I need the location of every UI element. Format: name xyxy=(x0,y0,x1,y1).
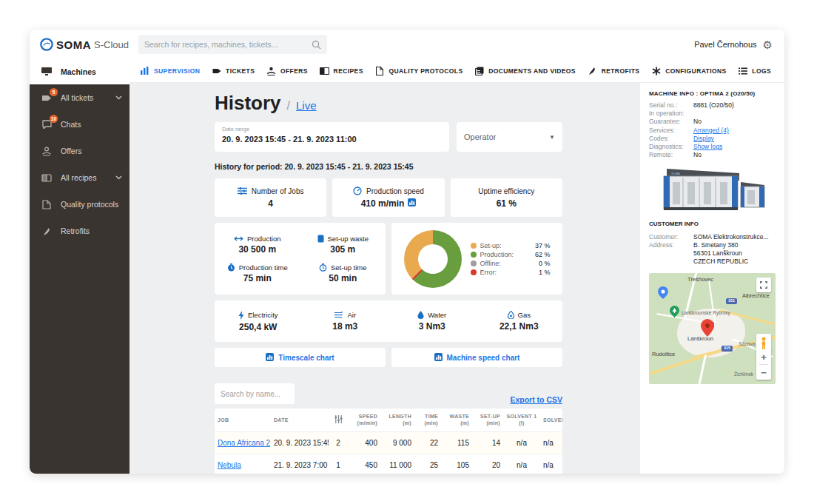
sidebar-item-offers[interactable]: Offers xyxy=(30,138,130,164)
col-setup[interactable]: SET-UP(min) xyxy=(472,409,503,431)
tickets-icon: 5 xyxy=(41,92,53,104)
tab-recipes[interactable]: RECIPES xyxy=(320,66,363,75)
col-job[interactable]: JOB xyxy=(215,409,271,431)
col-time[interactable]: TIME(min) xyxy=(414,409,441,431)
map-label-sazava: Sázava xyxy=(739,341,755,346)
production-summary-card: Production 30 500 m xyxy=(215,223,386,295)
job-link[interactable]: Dona Africana 2 xyxy=(215,431,271,454)
stat-value: 410 m/min xyxy=(361,198,405,209)
water-drop-icon xyxy=(417,311,424,319)
tab-documents-and-videos[interactable]: DOCUMENTS AND VIDEOS xyxy=(474,66,576,75)
logs-icon xyxy=(738,66,747,75)
stat-label: Production speed xyxy=(366,187,424,195)
col-operators[interactable] xyxy=(329,409,348,431)
timescale-chart-button[interactable]: Timescale chart xyxy=(215,348,386,367)
gear-icon[interactable]: ⚙ xyxy=(763,39,773,50)
export-to-csv-link[interactable]: Export to CSV xyxy=(510,395,562,404)
sidebar-item-all-recipes[interactable]: All recipes xyxy=(30,164,130,191)
production-arrows-icon xyxy=(234,236,243,241)
zoom-out-button[interactable]: − xyxy=(756,365,771,380)
machine-info-title: MACHINE INFO : OPTIMA 2 (O20/50) xyxy=(649,90,776,97)
tab-logs[interactable]: LOGS xyxy=(738,66,771,75)
period-summary: History for period: 20. 9. 2023 15:45 - … xyxy=(215,162,562,171)
col-date[interactable]: DATE xyxy=(271,409,329,431)
tab-label: CONFIGURATIONS xyxy=(665,67,726,75)
customer-info-list: Customer: SOMA Elektrokonstrukce... Addr… xyxy=(649,233,776,266)
table-row[interactable]: Dona Africana 2 20. 9. 2023 15:45 2 400 … xyxy=(215,431,562,454)
title-separator: / xyxy=(287,99,290,112)
job-name-search-input[interactable] xyxy=(215,383,295,404)
table-row[interactable]: Nebula 21. 9. 2023 7:00 1 450 11 000 25 … xyxy=(215,454,562,474)
stat-production-speed: Production speed 410 m/min xyxy=(332,178,444,217)
global-search[interactable] xyxy=(138,35,327,54)
gas-label: Gas xyxy=(518,311,531,319)
page-title: History xyxy=(215,92,281,115)
diagnostics-link[interactable]: Show logs xyxy=(693,143,776,151)
production-time-value: 75 min xyxy=(243,273,272,283)
legend-value: 0 % xyxy=(539,260,551,267)
legend-label: Production: xyxy=(480,251,514,258)
location-marker-pin[interactable] xyxy=(701,319,714,337)
sidebar-item-retrofits[interactable]: Retrofits xyxy=(30,218,130,244)
zoom-in-button[interactable]: + xyxy=(756,349,771,364)
col-speed[interactable]: SPEED(m/min) xyxy=(348,409,380,431)
legend-value: 1 % xyxy=(539,269,551,276)
job-link[interactable]: Nebula xyxy=(215,454,271,474)
job-length: 9 000 xyxy=(380,431,414,454)
machine-info-list: Serial no.:8881 (O20/50) In operation: G… xyxy=(649,101,776,160)
col-solvent2[interactable]: SOLVEN xyxy=(540,409,562,431)
setup-waste-stat: Set-up waste 305 m xyxy=(300,235,386,255)
configurations-icon xyxy=(651,66,661,75)
remote-value: No xyxy=(693,151,776,159)
codes-link[interactable]: Display xyxy=(693,135,776,143)
tab-retrofits[interactable]: RETROFITS xyxy=(588,66,640,75)
location-map[interactable]: Třešňovec Albrechtice Lanškrounské Rybní… xyxy=(649,273,776,384)
col-waste[interactable]: WASTE(m) xyxy=(441,409,472,431)
electricity-label: Electricity xyxy=(248,311,278,319)
customer-name: SOMA Elektrokonstrukce... xyxy=(693,233,776,241)
search-input[interactable] xyxy=(144,40,312,49)
tab-supervision[interactable]: SUPERVISION xyxy=(140,66,200,75)
user-name: Pavel Černohous xyxy=(694,40,756,49)
operator-select[interactable]: Operator ▼ xyxy=(457,122,562,152)
col-solvent1[interactable]: SOLVENT 1(l) xyxy=(503,409,540,431)
date-range-label: Date range xyxy=(222,126,442,132)
quality-protocols-icon xyxy=(374,66,384,75)
utilities-card: Electricity 250,4 kW Air xyxy=(215,300,562,342)
tickets-count-badge: 5 xyxy=(50,88,58,96)
date-range-input[interactable]: Date range 20. 9. 2023 15:45 - 21. 9. 20… xyxy=(215,122,449,152)
address-key: Address: xyxy=(649,241,693,266)
production-stat: Production 30 500 m xyxy=(215,235,300,255)
tab-offers[interactable]: OFFERS xyxy=(266,66,308,75)
stat-label: Number of Jobs xyxy=(252,187,304,195)
setup-waste-value: 305 m xyxy=(330,244,355,255)
sidebar-item-quality-protocols[interactable]: Quality protocols xyxy=(30,191,130,218)
live-link[interactable]: Live xyxy=(296,99,317,112)
tab-tickets[interactable]: TICKETS xyxy=(212,66,255,75)
machine-photo: SOMA xyxy=(653,166,772,215)
water-label: Water xyxy=(428,311,446,319)
sidebar-item-machines[interactable]: Machines xyxy=(30,59,130,84)
tab-quality-protocols[interactable]: QUALITY PROTOCOLS xyxy=(374,66,462,75)
button-label: Machine speed chart xyxy=(447,354,520,362)
sidebar-item-label: All recipes xyxy=(61,173,96,182)
machine-speed-chart-button[interactable]: Machine speed chart xyxy=(391,348,562,367)
setup-time-icon xyxy=(319,263,327,272)
air-icon xyxy=(334,311,343,319)
sidebar-item-chats[interactable]: 10 Chats xyxy=(30,111,130,138)
map-fullscreen-button[interactable] xyxy=(756,278,771,292)
info-key: In operation: xyxy=(649,110,693,118)
sidebar-item-label: Retrofits xyxy=(61,226,90,235)
poi-pin-park[interactable] xyxy=(670,306,679,317)
poi-pin-blue[interactable] xyxy=(658,286,668,299)
tab-label: RECIPES xyxy=(334,67,363,75)
services-link[interactable]: Arranged (4) xyxy=(693,127,776,135)
chart-icon[interactable] xyxy=(408,198,416,209)
soma-logo-icon xyxy=(40,38,53,51)
address-line: 56301 Lanškroun xyxy=(693,249,776,258)
col-length[interactable]: LENGTH(m) xyxy=(380,409,414,431)
sidebar-item-all-tickets[interactable]: 5 All tickets xyxy=(30,84,130,111)
tab-label: RETROFITS xyxy=(602,67,640,75)
retrofits-icon xyxy=(588,66,597,75)
tab-configurations[interactable]: CONFIGURATIONS xyxy=(651,66,726,75)
